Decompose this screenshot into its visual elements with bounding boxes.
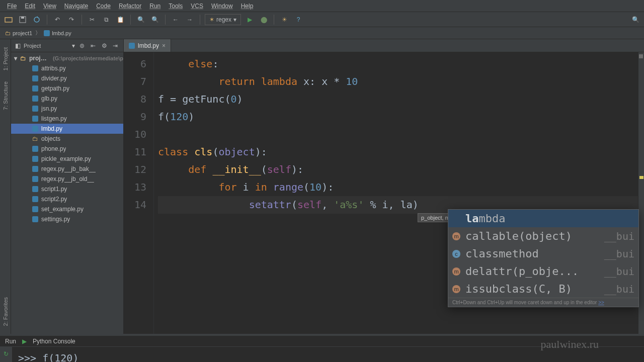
project-tree: ▾ 🗀 project1 (G:\projects\intermediate\p… bbox=[11, 52, 123, 334]
menu-refactor[interactable]: Refactor bbox=[115, 2, 145, 11]
left-tool-strip: 1: Project 7: Structure 2: Favorites bbox=[0, 39, 11, 334]
tree-file[interactable]: regex.py__jb_old__ bbox=[11, 174, 123, 184]
tree-file[interactable]: divider.py bbox=[11, 73, 123, 83]
save-icon[interactable] bbox=[17, 14, 28, 25]
debug-icon[interactable]: ⬤ bbox=[258, 14, 269, 25]
breadcrumb: 🗀 project1 〉 lmbd.py bbox=[0, 27, 644, 39]
menu-bar: FileEditViewNavigateCodeRefactorRunTools… bbox=[0, 0, 644, 12]
tree-file[interactable]: pickle_example.py bbox=[11, 154, 123, 164]
autocomplete-item[interactable]: cclassmethod__bui bbox=[448, 245, 638, 262]
rerun-icon[interactable]: ↻ bbox=[2, 350, 10, 358]
tab-run[interactable]: Run bbox=[5, 338, 16, 345]
paste-icon[interactable]: 📋 bbox=[115, 14, 126, 25]
python-file-icon bbox=[32, 96, 38, 102]
console-output[interactable]: >>> f(120)1200 >>> bbox=[12, 347, 644, 362]
svg-point-3 bbox=[34, 17, 39, 22]
python-file-icon bbox=[32, 65, 38, 71]
redo-icon[interactable]: ↷ bbox=[66, 14, 77, 25]
chevron-down-icon[interactable]: ▾ bbox=[72, 42, 75, 49]
close-icon[interactable]: × bbox=[162, 42, 166, 49]
open-icon[interactable] bbox=[3, 14, 14, 25]
tool-tab-structure[interactable]: 7: Structure bbox=[3, 78, 9, 113]
python-file-icon bbox=[32, 166, 38, 172]
autocomplete-item[interactable]: mdelattr(p_obje...__bui bbox=[448, 262, 638, 280]
line-gutter: 67891011121314 bbox=[124, 52, 154, 334]
tool-tab-project[interactable]: 1: Project bbox=[3, 44, 9, 73]
folder-icon: 🗀 bbox=[20, 55, 26, 62]
breadcrumb-project[interactable]: 🗀 project1 bbox=[5, 30, 32, 36]
python-file-icon bbox=[32, 206, 38, 212]
expand-icon: ▾ bbox=[14, 55, 17, 62]
tree-file[interactable]: listgen.py bbox=[11, 114, 123, 124]
tree-file[interactable]: script2.py bbox=[11, 194, 123, 204]
menu-navigate[interactable]: Navigate bbox=[60, 2, 92, 11]
tab-python-console[interactable]: Python Console bbox=[33, 338, 75, 345]
tree-file[interactable]: getpath.py bbox=[11, 83, 123, 94]
tree-root[interactable]: ▾ 🗀 project1 (G:\projects\intermediate\p bbox=[11, 53, 123, 63]
replace-icon[interactable]: 🔍 bbox=[149, 14, 160, 25]
breadcrumb-file[interactable]: lmbd.py bbox=[44, 30, 71, 36]
hide-icon[interactable]: ⇥ bbox=[111, 42, 119, 50]
collapse-icon[interactable]: ⇤ bbox=[89, 42, 97, 50]
menu-run[interactable]: Run bbox=[145, 2, 165, 11]
target-icon[interactable]: ⊚ bbox=[78, 42, 86, 50]
tree-file[interactable]: glb.py bbox=[11, 94, 123, 104]
back-icon[interactable]: ← bbox=[170, 14, 181, 25]
python-file-icon bbox=[32, 126, 38, 132]
menu-window[interactable]: Window bbox=[207, 2, 237, 11]
menu-file[interactable]: File bbox=[3, 2, 21, 11]
cut-icon[interactable]: ✂ bbox=[87, 14, 98, 25]
tool-tab-favorites[interactable]: 2: Favorites bbox=[3, 294, 9, 329]
chevron-down-icon: ▾ bbox=[233, 16, 236, 23]
python-file-icon bbox=[32, 176, 38, 182]
settings-icon[interactable]: ☀ bbox=[279, 14, 290, 25]
tree-file[interactable]: script1.py bbox=[11, 184, 123, 194]
editor-tab-lmbd[interactable]: lmbd.py × bbox=[124, 39, 171, 52]
tree-file[interactable]: jsn.py bbox=[11, 104, 123, 114]
autocomplete-item[interactable]: missubclass(C, B)__bui bbox=[448, 280, 638, 298]
sidebar-title: Project bbox=[24, 43, 69, 49]
forward-icon[interactable]: → bbox=[184, 14, 195, 25]
python-file-icon bbox=[32, 85, 38, 92]
hint-link[interactable]: >> bbox=[598, 300, 604, 305]
svg-rect-0 bbox=[5, 18, 12, 22]
tree-file[interactable]: settings.py bbox=[11, 214, 123, 224]
svg-rect-2 bbox=[21, 17, 24, 19]
run-icon[interactable]: ▶ bbox=[244, 14, 255, 25]
tree-file[interactable]: set_example.py bbox=[11, 204, 123, 214]
copy-icon[interactable]: ⧉ bbox=[101, 14, 112, 25]
find-icon[interactable]: 🔍 bbox=[135, 14, 146, 25]
separator bbox=[130, 15, 131, 25]
python-file-icon bbox=[32, 146, 38, 152]
tree-file[interactable]: regex.py__jb_bak__ bbox=[11, 164, 123, 174]
menu-code[interactable]: Code bbox=[92, 2, 115, 11]
run-config-dropdown[interactable]: ✶ regex ▾ bbox=[205, 14, 241, 25]
chevron-right-icon: 〉 bbox=[35, 29, 41, 37]
tree-file[interactable]: phone.py bbox=[11, 144, 123, 154]
python-file-icon bbox=[32, 186, 38, 192]
editor-tabs: lmbd.py × bbox=[124, 39, 644, 52]
menu-vcs[interactable]: VCS bbox=[187, 2, 207, 11]
project-sidebar: ◧ Project ▾ ⊚ ⇤ ⚙ ⇥ ▾ 🗀 project1 (G:\pro… bbox=[11, 39, 124, 334]
menu-view[interactable]: View bbox=[39, 2, 60, 11]
run-panel: Run ▶ Python Console ↻ ■ ✕ ▶ ⇊ ⌖ ✱ >>> f… bbox=[0, 334, 644, 362]
python-file-icon bbox=[32, 216, 38, 222]
refresh-icon[interactable] bbox=[31, 14, 42, 25]
separator bbox=[200, 15, 200, 25]
autocomplete-popup[interactable]: lambdamcallable(object)__buicclassmethod… bbox=[448, 209, 639, 307]
gear-icon[interactable]: ⚙ bbox=[100, 42, 108, 50]
menu-help[interactable]: Help bbox=[237, 2, 258, 11]
autocomplete-item[interactable]: lambda bbox=[448, 210, 638, 227]
tree-file[interactable]: lmbd.py bbox=[11, 124, 123, 134]
python-file-icon bbox=[32, 106, 38, 112]
menu-edit[interactable]: Edit bbox=[21, 2, 39, 11]
autocomplete-item[interactable]: mcallable(object)__bui bbox=[448, 227, 638, 245]
search-icon[interactable]: 🔍 bbox=[630, 14, 641, 25]
folder-icon: 🗀 bbox=[32, 135, 38, 142]
tree-file[interactable]: 🗀objects bbox=[11, 134, 123, 144]
sidebar-header: ◧ Project ▾ ⊚ ⇤ ⚙ ⇥ bbox=[11, 39, 123, 52]
tree-file[interactable]: attribs.py bbox=[11, 63, 123, 73]
undo-icon[interactable]: ↶ bbox=[52, 14, 63, 25]
help-icon[interactable]: ? bbox=[293, 14, 304, 25]
menu-tools[interactable]: Tools bbox=[165, 2, 187, 11]
